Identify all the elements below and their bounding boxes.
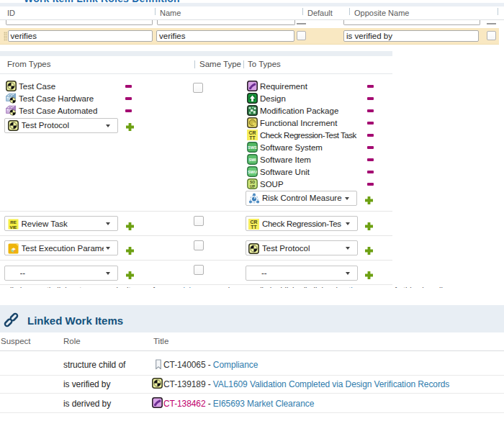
- svg-text:TT: TT: [251, 225, 257, 230]
- svg-text:TT: TT: [249, 135, 256, 140]
- svg-text:CR: CR: [251, 219, 258, 225]
- svg-text:SWI: SWI: [248, 158, 256, 162]
- svg-text:SWU: SWU: [248, 170, 257, 174]
- svg-text:SWS: SWS: [248, 145, 257, 150]
- svg-text:VIE: VIE: [9, 224, 17, 229]
- svg-text:CR: CR: [249, 130, 256, 135]
- svg-text:UP: UP: [250, 184, 256, 189]
